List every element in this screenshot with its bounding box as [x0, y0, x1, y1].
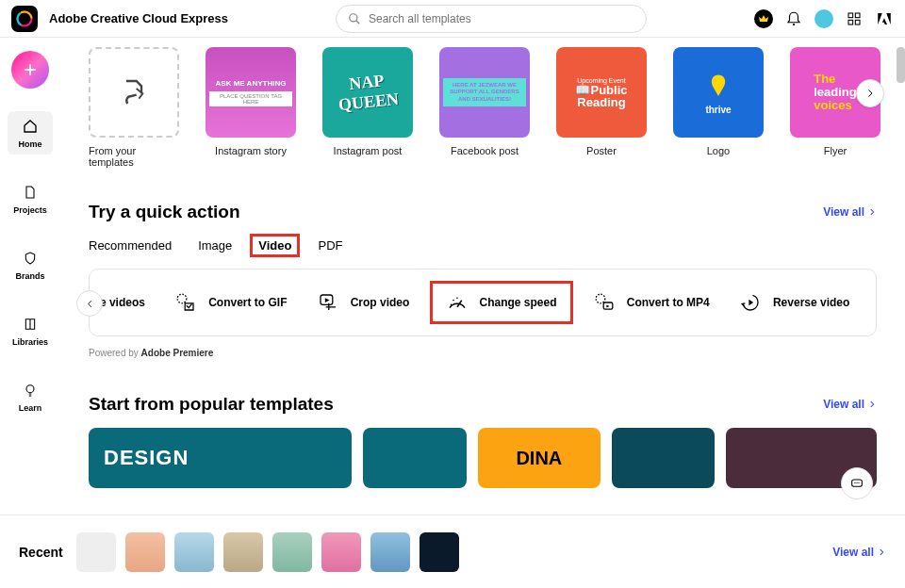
sidebar-item-label: Brands — [15, 271, 44, 281]
action-label: Convert to MP4 — [627, 296, 710, 309]
adobe-icon[interactable] — [875, 9, 894, 28]
shield-icon — [21, 249, 40, 268]
popular-template[interactable] — [363, 428, 467, 488]
book-icon — [21, 315, 40, 334]
quick-action-header: Try a quick action View all — [89, 202, 877, 222]
avatar[interactable] — [814, 9, 833, 28]
svg-point-25 — [858, 482, 859, 483]
action-change-speed[interactable]: Change speed — [430, 281, 573, 324]
apps-icon[interactable] — [845, 9, 864, 28]
chat-icon — [849, 476, 864, 491]
section-title: Try a quick action — [89, 202, 240, 222]
svg-point-18 — [456, 297, 458, 299]
gif-icon — [174, 291, 197, 314]
tab-image[interactable]: Image — [198, 236, 232, 255]
svg-point-3 — [350, 13, 357, 21]
svg-point-23 — [854, 482, 855, 483]
sidebar-item-home[interactable]: Home — [8, 111, 53, 155]
chevron-right-icon — [867, 207, 877, 217]
action-convert-gif[interactable]: Convert to GIF — [165, 281, 296, 324]
popular-template[interactable]: DESIGN — [89, 428, 352, 488]
template-logo[interactable]: thrive Logo — [673, 47, 764, 168]
action-label: Convert to GIF — [208, 296, 287, 309]
recent-item[interactable] — [321, 532, 361, 572]
reverse-icon — [739, 291, 762, 314]
powered-by: Powered by Adobe Premiere — [89, 348, 877, 358]
main-content: From your templates ASK ME ANYTHINGPLACE… — [60, 38, 905, 514]
svg-line-4 — [356, 20, 360, 24]
svg-rect-6 — [848, 13, 853, 18]
template-from-your-templates[interactable]: From your templates — [89, 47, 179, 168]
svg-point-24 — [856, 482, 857, 483]
action-label: Change speed — [480, 296, 557, 309]
notifications-icon[interactable] — [784, 9, 803, 28]
template-label: Instagram post — [334, 145, 403, 156]
sidebar-item-label: Projects — [13, 205, 47, 215]
sidebar-item-learn[interactable]: Learn — [8, 375, 53, 418]
popular-template[interactable]: DINA — [478, 428, 601, 488]
recent-item[interactable] — [420, 532, 459, 572]
template-label: Poster — [586, 145, 617, 156]
top-bar: Adobe Creative Cloud Express — [0, 0, 905, 38]
svg-rect-7 — [855, 13, 860, 18]
template-label: Flyer — [824, 145, 847, 156]
sidebar-item-brands[interactable]: Brands — [8, 243, 53, 286]
view-all-link[interactable]: View all — [823, 205, 877, 219]
file-icon — [21, 183, 40, 202]
template-thumb: Upcoming Event📖PublicReading — [556, 47, 647, 138]
tab-video[interactable]: Video — [258, 236, 291, 255]
help-button[interactable] — [841, 467, 873, 499]
template-flyer[interactable]: Theleadingvoices Flyer — [790, 47, 880, 168]
view-all-link[interactable]: View all — [832, 546, 886, 559]
svg-point-10 — [26, 385, 34, 393]
tab-pdf[interactable]: PDF — [318, 236, 342, 255]
action-convert-mp4[interactable]: Convert to MP4 — [584, 281, 719, 324]
template-instagram-post[interactable]: NAPQUEEN Instagram post — [322, 47, 413, 168]
tab-recommended[interactable]: Recommended — [89, 236, 172, 255]
svg-rect-9 — [855, 20, 860, 24]
template-instagram-story[interactable]: ASK ME ANYTHINGPLACE QUESTION TAG HERE I… — [206, 47, 296, 168]
action-label: Reverse video — [773, 296, 849, 309]
recent-item[interactable] — [223, 532, 263, 572]
popular-templates-row: DESIGN DINA — [89, 428, 877, 488]
action-reverse-video[interactable]: Reverse video — [730, 281, 859, 324]
sidebar-item-libraries[interactable]: Libraries — [8, 309, 53, 352]
template-thumb — [89, 47, 179, 138]
view-all-link[interactable]: View all — [823, 398, 877, 411]
sidebar-item-label: Learn — [19, 403, 42, 413]
recent-item[interactable] — [370, 532, 410, 572]
recent-item[interactable] — [125, 532, 165, 572]
chevron-right-icon — [867, 400, 877, 409]
recent-item[interactable] — [272, 532, 312, 572]
scroll-right-button[interactable] — [856, 79, 884, 107]
action-crop-video[interactable]: Crop video — [307, 281, 420, 324]
sidebar: + Home Projects Brands Libraries Learn — [0, 38, 60, 588]
svg-point-13 — [177, 294, 187, 303]
home-icon — [21, 117, 40, 136]
top-icons — [754, 9, 894, 28]
app-title: Adobe Creative Cloud Express — [49, 11, 228, 25]
scroll-left-button[interactable] — [76, 290, 103, 317]
scrollbar[interactable] — [897, 47, 905, 83]
template-facebook-post[interactable]: HERE AT JEZWEAR WE SUPPORT ALL GENDERS A… — [439, 47, 530, 168]
recent-item[interactable] — [174, 532, 214, 572]
app-logo[interactable] — [11, 6, 38, 32]
sidebar-item-projects[interactable]: Projects — [8, 177, 53, 220]
create-button[interactable]: + — [11, 51, 49, 89]
premium-icon[interactable] — [754, 9, 773, 28]
search-input[interactable] — [369, 12, 634, 25]
quick-action-card: ge videos Convert to GIF Crop video Chan… — [89, 269, 877, 336]
search-box[interactable] — [336, 5, 647, 33]
lightbulb-icon — [21, 381, 40, 400]
template-label: Facebook post — [451, 145, 518, 156]
popular-template[interactable] — [612, 428, 716, 488]
template-thumb: NAPQUEEN — [322, 47, 413, 138]
svg-point-16 — [450, 304, 452, 306]
actions-list: ge videos Convert to GIF Crop video Chan… — [101, 281, 864, 324]
action-label: Crop video — [351, 296, 410, 309]
svg-rect-8 — [848, 20, 853, 24]
recent-item[interactable] — [76, 532, 116, 572]
template-label: Instagram story — [215, 145, 287, 156]
svg-point-19 — [596, 294, 605, 303]
template-poster[interactable]: Upcoming Event📖PublicReading Poster — [556, 47, 647, 168]
